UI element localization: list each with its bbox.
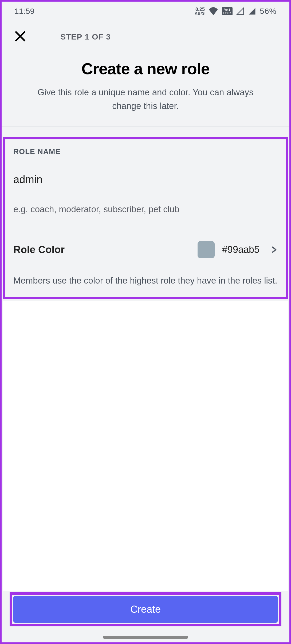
role-name-label: ROLE NAME [13,147,278,156]
create-button-highlight: Create [10,592,281,626]
signal-icon-1 [236,7,244,15]
step-indicator: STEP 1 OF 3 [60,32,111,41]
footer: Create [2,591,289,642]
spacer [3,301,288,591]
header: STEP 1 OF 3 Create a new role Give this … [2,21,289,127]
network-speed-indicator: 0.25 KB/S [195,7,205,15]
role-color-description: Members use the color of the highest rol… [13,274,278,287]
battery-percentage: 56% [260,7,277,16]
nav-handle [103,636,188,639]
status-right: 0.25 KB/S Vo 1LTE 2 56% [195,7,277,16]
wifi-icon [209,7,218,15]
role-form-card: ROLE NAME e.g. coach, moderator, subscri… [3,137,288,299]
page-subtitle: Give this role a unique name and color. … [12,85,279,113]
form-card-wrap: ROLE NAME e.g. coach, moderator, subscri… [2,127,289,301]
role-color-swatch [198,241,215,258]
role-color-label: Role Color [13,244,198,256]
screen: 11:59 0.25 KB/S Vo 1LTE 2 56% [0,0,291,644]
create-button[interactable]: Create [13,596,278,623]
role-name-input[interactable] [13,172,278,187]
close-button[interactable] [12,29,28,45]
signal-icon-2 [248,7,256,15]
svg-text:LTE 2: LTE 2 [223,11,231,15]
svg-text:Vo 1: Vo 1 [224,8,230,11]
volte-icon: Vo 1LTE 2 [222,7,233,15]
role-color-value: #99aab5 [222,244,259,255]
page-title: Create a new role [12,60,279,78]
role-color-row[interactable]: Role Color #99aab5 [13,241,278,258]
header-row: STEP 1 OF 3 [12,26,279,48]
status-bar: 11:59 0.25 KB/S Vo 1LTE 2 56% [2,2,289,21]
close-icon [14,30,27,44]
role-name-hint: e.g. coach, moderator, subscriber, pet c… [13,204,278,214]
chevron-right-icon [270,244,278,256]
status-time: 11:59 [14,7,34,16]
